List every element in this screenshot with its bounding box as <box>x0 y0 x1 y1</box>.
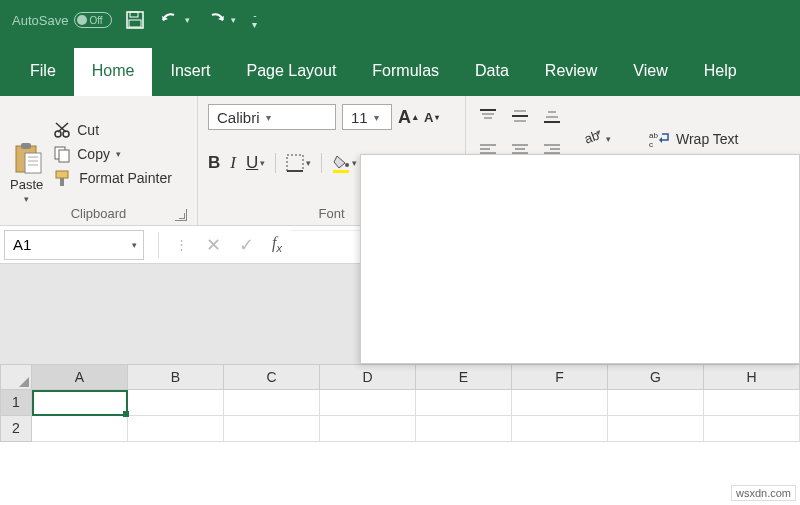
autosave-toggle[interactable]: AutoSave Off <box>12 12 112 28</box>
column-header[interactable]: H <box>704 364 800 390</box>
row-header[interactable]: 1 <box>0 390 32 416</box>
tab-formulas[interactable]: Formulas <box>354 48 457 96</box>
brush-icon <box>53 169 73 187</box>
cell[interactable] <box>416 416 512 442</box>
copy-icon <box>53 145 71 163</box>
copy-button[interactable]: Copy ▾ <box>53 145 172 163</box>
svg-rect-20 <box>333 170 349 173</box>
wrap-text-label: Wrap Text <box>676 131 739 147</box>
cell[interactable] <box>512 416 608 442</box>
column-header[interactable]: D <box>320 364 416 390</box>
cell[interactable] <box>128 416 224 442</box>
svg-rect-2 <box>129 20 141 27</box>
quick-access-toolbar: ▾ ▾ -▾ <box>126 11 257 29</box>
column-header[interactable]: C <box>224 364 320 390</box>
tab-view[interactable]: View <box>615 48 685 96</box>
font-name-value: Calibri <box>217 109 260 126</box>
paste-button[interactable]: Paste ▾ <box>10 104 43 204</box>
cell[interactable] <box>704 390 800 416</box>
orientation-icon: ab <box>582 128 602 146</box>
cell[interactable] <box>320 416 416 442</box>
fill-color-button[interactable]: ▾ <box>332 153 357 173</box>
floating-panel <box>360 154 800 364</box>
column-header[interactable]: F <box>512 364 608 390</box>
tab-file[interactable]: File <box>12 48 74 96</box>
autosave-label: AutoSave <box>12 13 68 28</box>
svg-point-19 <box>345 163 349 167</box>
customize-qat-button[interactable]: -▾ <box>252 12 257 29</box>
borders-button[interactable]: ▾ <box>286 154 311 172</box>
bold-button[interactable]: B <box>208 153 220 173</box>
tab-insert[interactable]: Insert <box>152 48 228 96</box>
svg-rect-15 <box>56 171 68 178</box>
redo-button[interactable]: ▾ <box>206 12 236 28</box>
wrap-text-icon: abc <box>648 130 670 148</box>
svg-rect-17 <box>287 155 303 171</box>
cut-button[interactable]: Cut <box>53 121 172 139</box>
format-painter-label: Format Painter <box>79 170 172 186</box>
tab-review[interactable]: Review <box>527 48 615 96</box>
column-header[interactable]: E <box>416 364 512 390</box>
paste-label: Paste <box>10 177 43 192</box>
insert-function-button[interactable]: fx <box>272 234 282 254</box>
ribbon-tabs: File Home Insert Page Layout Formulas Da… <box>0 40 800 96</box>
cell[interactable] <box>224 390 320 416</box>
chevron-down-icon: ▾ <box>374 112 379 123</box>
row-header[interactable]: 2 <box>0 416 32 442</box>
cell[interactable] <box>320 390 416 416</box>
orientation-button[interactable]: ab <box>582 128 602 150</box>
name-box[interactable]: A1 ▾ <box>4 230 144 260</box>
cancel-formula-button[interactable]: ✕ <box>206 234 221 256</box>
wrap-text-button[interactable]: abc Wrap Text <box>648 130 775 148</box>
undo-button[interactable]: ▾ <box>160 12 190 28</box>
select-all-corner[interactable] <box>0 364 32 390</box>
italic-button[interactable]: I <box>230 153 236 173</box>
spreadsheet-grid: A B C D E F G H 1 2 <box>0 364 800 442</box>
cell[interactable] <box>704 416 800 442</box>
cell[interactable] <box>32 416 128 442</box>
watermark: wsxdn.com <box>731 485 796 501</box>
tab-data[interactable]: Data <box>457 48 527 96</box>
cell[interactable] <box>512 390 608 416</box>
cell[interactable] <box>608 416 704 442</box>
more-icon[interactable]: ⋮ <box>175 237 188 252</box>
svg-rect-14 <box>59 150 69 162</box>
cell[interactable] <box>416 390 512 416</box>
format-painter-button[interactable]: Format Painter <box>53 169 172 187</box>
enter-formula-button[interactable]: ✓ <box>239 234 254 256</box>
font-name-combo[interactable]: Calibri ▾ <box>208 104 336 130</box>
tab-home[interactable]: Home <box>74 46 153 96</box>
font-size-combo[interactable]: 11 ▾ <box>342 104 392 130</box>
border-icon <box>286 154 304 172</box>
svg-text:ab: ab <box>582 127 601 146</box>
column-header[interactable]: B <box>128 364 224 390</box>
cut-label: Cut <box>77 122 99 138</box>
chevron-down-icon: ▾ <box>24 194 29 204</box>
svg-rect-5 <box>25 153 41 173</box>
tab-page-layout[interactable]: Page Layout <box>228 48 354 96</box>
save-icon[interactable] <box>126 11 144 29</box>
group-clipboard: Paste ▾ Cut Copy ▾ Format Painter <box>0 96 198 225</box>
chevron-down-icon: ▾ <box>116 149 121 159</box>
chevron-down-icon[interactable]: ▾ <box>606 134 611 144</box>
cell[interactable] <box>128 390 224 416</box>
paste-icon <box>13 141 41 175</box>
tab-help[interactable]: Help <box>686 48 755 96</box>
decrease-font-button[interactable]: A▾ <box>424 110 439 125</box>
copy-label: Copy <box>77 146 110 162</box>
align-middle-button[interactable] <box>511 108 529 128</box>
scissors-icon <box>53 121 71 139</box>
increase-font-button[interactable]: A▴ <box>398 107 418 128</box>
column-header[interactable]: A <box>32 364 128 390</box>
dialog-launcher-icon[interactable] <box>175 209 187 221</box>
cell[interactable] <box>224 416 320 442</box>
bucket-icon <box>332 153 350 173</box>
cell-a1[interactable] <box>32 390 128 416</box>
align-top-button[interactable] <box>479 108 497 128</box>
column-header[interactable]: G <box>608 364 704 390</box>
underline-button[interactable]: U▾ <box>246 153 265 173</box>
cell[interactable] <box>608 390 704 416</box>
align-bottom-button[interactable] <box>543 108 561 128</box>
name-box-value: A1 <box>13 236 31 253</box>
svg-rect-4 <box>21 143 31 149</box>
